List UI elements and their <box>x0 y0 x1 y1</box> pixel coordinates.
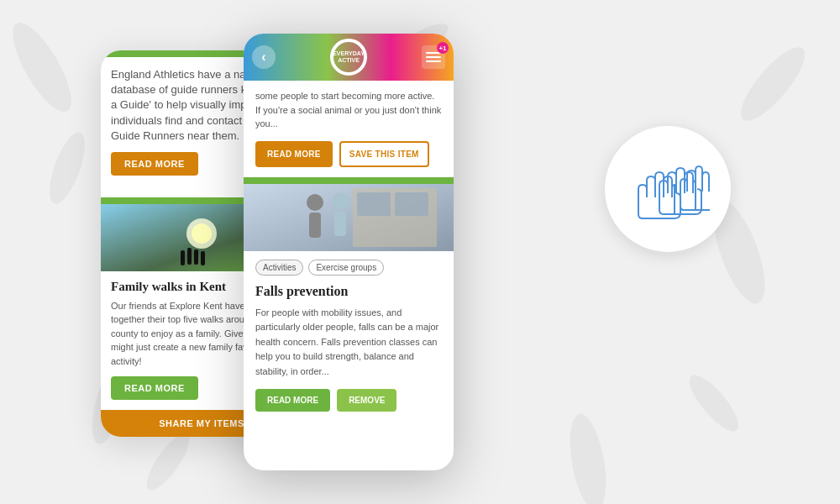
back-button[interactable]: ‹ <box>252 45 276 69</box>
svg-point-20 <box>332 192 349 209</box>
svg-rect-19 <box>309 213 321 238</box>
back-icon: ‹ <box>261 50 265 65</box>
phone-fg-header: ‹ EVERYDAY ACTIVE +1 <box>244 34 454 81</box>
logo-text: EVERYDAY ACTIVE <box>333 50 365 63</box>
svg-point-18 <box>307 194 323 211</box>
svg-rect-13 <box>181 250 185 265</box>
fg-card-text: For people with mobility issues, and par… <box>244 306 454 390</box>
fg-read-more-button[interactable]: READ MORE <box>255 141 333 167</box>
fg-action-buttons: READ MORE SAVE THIS ITEM <box>244 136 454 177</box>
svg-rect-14 <box>187 248 192 265</box>
svg-point-12 <box>192 223 212 244</box>
menu-line <box>426 60 441 62</box>
fg-tags-container: Activities Exercise groups <box>244 251 454 281</box>
scene: England Athletics have a national databa… <box>76 25 764 479</box>
fg-remove-button[interactable]: REMOVE <box>337 389 396 412</box>
phone-bg-read-more-green-button[interactable]: READ MORE <box>111 376 198 400</box>
svg-rect-23 <box>357 192 391 216</box>
svg-point-0 <box>3 15 82 119</box>
fg-top-text: some people to start becoming more activ… <box>244 81 454 136</box>
svg-rect-21 <box>334 211 346 236</box>
tag-activities[interactable]: Activities <box>255 260 303 276</box>
fg-save-item-button[interactable]: SAVE THIS ITEM <box>339 141 429 167</box>
fg-card-image <box>244 184 454 251</box>
menu-button[interactable]: +1 <box>422 45 445 69</box>
logo-ring: EVERYDAY ACTIVE <box>330 39 367 76</box>
notification-badge: +1 <box>437 42 449 54</box>
phone-foreground: ‹ EVERYDAY ACTIVE +1 some people to star… <box>244 34 454 470</box>
hands-illustration-circle <box>605 126 731 252</box>
fg-read-more-bottom-button[interactable]: READ MORE <box>255 389 330 412</box>
helping-hands-icon <box>626 151 710 227</box>
fg-card-title: Falls prevention <box>244 281 454 306</box>
fg-bottom-buttons: READ MORE REMOVE <box>244 389 454 423</box>
tag-exercise-groups[interactable]: Exercise groups <box>308 260 384 276</box>
svg-rect-15 <box>194 249 198 265</box>
svg-rect-24 <box>395 192 428 216</box>
svg-rect-16 <box>201 251 205 265</box>
everyday-active-logo: EVERYDAY ACTIVE <box>330 39 367 76</box>
phone-bg-read-more-button[interactable]: READ MORE <box>111 152 198 176</box>
phone-fg-content: some people to start becoming more activ… <box>244 81 454 470</box>
fg-green-divider <box>244 177 454 184</box>
svg-line-1 <box>17 24 67 111</box>
menu-line <box>426 56 441 58</box>
